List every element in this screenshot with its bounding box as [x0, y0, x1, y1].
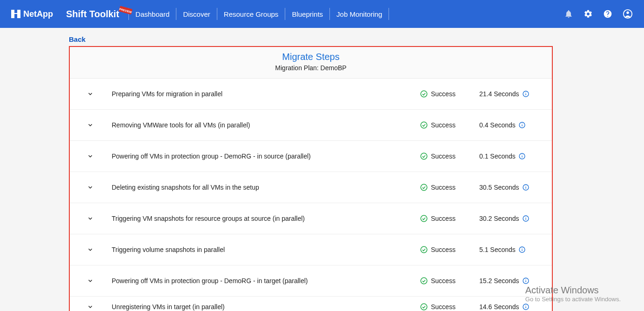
nav-discover[interactable]: Discover: [183, 10, 210, 18]
step-duration: 5.1 Seconds: [476, 246, 545, 253]
panel-subtitle: Migration Plan: DemoBP: [70, 64, 552, 72]
chevron-down-icon: [87, 278, 94, 284]
step-description: Removing VMWare tools for all VMs (in pa…: [104, 121, 420, 129]
info-icon[interactable]: [522, 215, 530, 222]
success-icon: [420, 214, 428, 223]
expand-toggle[interactable]: [76, 246, 104, 253]
success-icon: [420, 152, 428, 160]
info-icon[interactable]: [522, 184, 530, 191]
chevron-down-icon: [87, 184, 94, 191]
netapp-icon: [11, 10, 20, 18]
success-icon: [420, 303, 428, 311]
step-duration: 0.1 Seconds: [476, 152, 545, 160]
brand-logo[interactable]: NetApp: [11, 9, 53, 19]
duration-text: 14.6 Seconds: [479, 303, 519, 311]
info-icon[interactable]: [518, 152, 526, 160]
preview-badge-icon: PREVIEW: [118, 4, 133, 16]
expand-toggle[interactable]: [76, 215, 104, 222]
step-status: Success: [420, 303, 476, 311]
chevron-down-icon: [87, 246, 94, 253]
steps-list: Preparing VMs for migration in parallelS…: [70, 79, 552, 311]
step-duration: 21.4 Seconds: [476, 90, 545, 98]
app-header: NetApp Shift Toolkit PREVIEW Dashboard D…: [0, 0, 644, 28]
nav-job-monitoring[interactable]: Job Monitoring: [336, 10, 382, 18]
header-actions: [564, 9, 633, 19]
svg-point-7: [525, 93, 526, 93]
svg-point-23: [525, 217, 526, 218]
svg-point-19: [525, 186, 526, 186]
nav-dashboard[interactable]: Dashboard: [135, 10, 169, 18]
step-row: Preparing VMs for migration in parallelS…: [70, 79, 552, 110]
brand-text: NetApp: [23, 9, 53, 19]
step-status: Success: [420, 277, 476, 285]
svg-point-11: [522, 124, 522, 124]
step-description: Deleting existing snapshots for all VMs …: [104, 184, 420, 191]
step-description: Powering off VMs in protection group - D…: [104, 152, 420, 160]
step-duration: 0.4 Seconds: [476, 121, 545, 129]
step-status: Success: [420, 183, 476, 192]
svg-point-15: [522, 155, 522, 155]
step-description: Powering off VMs in protection group - D…: [104, 277, 420, 285]
svg-point-32: [421, 304, 427, 310]
chevron-down-icon: [87, 153, 94, 159]
expand-toggle[interactable]: [76, 184, 104, 191]
expand-toggle[interactable]: [76, 153, 104, 159]
expand-toggle[interactable]: [76, 304, 104, 310]
status-label: Success: [431, 184, 456, 191]
bell-icon[interactable]: [564, 9, 573, 19]
step-row: Powering off VMs in protection group - D…: [70, 141, 552, 172]
status-label: Success: [431, 246, 456, 253]
svg-point-12: [421, 153, 427, 159]
step-row: Triggering VM snapshots for resource gro…: [70, 203, 552, 234]
info-icon[interactable]: [522, 90, 530, 98]
svg-point-4: [421, 91, 427, 97]
back-link[interactable]: Back: [69, 35, 644, 43]
step-row: Removing VMWare tools for all VMs (in pa…: [70, 110, 552, 141]
duration-text: 0.4 Seconds: [479, 121, 516, 129]
status-label: Success: [431, 121, 456, 129]
svg-point-27: [522, 248, 522, 249]
chevron-down-icon: [87, 304, 94, 310]
info-icon[interactable]: [522, 277, 530, 285]
svg-point-3: [626, 12, 629, 14]
panel-title: Migrate Steps: [70, 52, 552, 62]
expand-toggle[interactable]: [76, 122, 104, 128]
content-area: Back Migrate Steps Migration Plan: DemoB…: [0, 28, 644, 311]
step-status: Success: [420, 121, 476, 129]
chevron-down-icon: [87, 122, 94, 128]
panel-header: Migrate Steps Migration Plan: DemoBP: [70, 47, 552, 79]
step-status: Success: [420, 90, 476, 98]
help-icon[interactable]: [603, 9, 612, 19]
separator: [176, 8, 176, 20]
status-label: Success: [431, 90, 456, 98]
product-name: Shift Toolkit PREVIEW: [66, 9, 119, 20]
svg-point-24: [421, 246, 427, 253]
nav-blueprints[interactable]: Blueprints: [292, 10, 323, 18]
step-description: Preparing VMs for migration in parallel: [104, 90, 420, 98]
success-icon: [420, 183, 428, 192]
expand-toggle[interactable]: [76, 91, 104, 97]
step-row: Powering off VMs in protection group - D…: [70, 265, 552, 297]
svg-point-28: [421, 278, 427, 284]
separator: [389, 8, 389, 20]
chevron-down-icon: [87, 215, 94, 222]
expand-toggle[interactable]: [76, 278, 104, 284]
gear-icon[interactable]: [584, 9, 593, 19]
svg-point-20: [421, 215, 427, 222]
duration-text: 0.1 Seconds: [479, 152, 516, 160]
info-icon[interactable]: [518, 246, 526, 253]
chevron-down-icon: [87, 91, 94, 97]
info-icon[interactable]: [518, 121, 526, 129]
info-icon[interactable]: [522, 303, 530, 311]
step-description: Triggering VM snapshots for resource gro…: [104, 215, 420, 222]
success-icon: [420, 90, 428, 98]
nav-resource-groups[interactable]: Resource Groups: [224, 10, 279, 18]
status-label: Success: [431, 277, 456, 285]
duration-text: 5.1 Seconds: [479, 246, 516, 253]
user-icon[interactable]: [623, 9, 633, 19]
success-icon: [420, 277, 428, 285]
duration-text: 30.2 Seconds: [479, 215, 519, 222]
duration-text: 21.4 Seconds: [479, 90, 519, 98]
svg-point-31: [525, 279, 526, 280]
status-label: Success: [431, 303, 456, 311]
